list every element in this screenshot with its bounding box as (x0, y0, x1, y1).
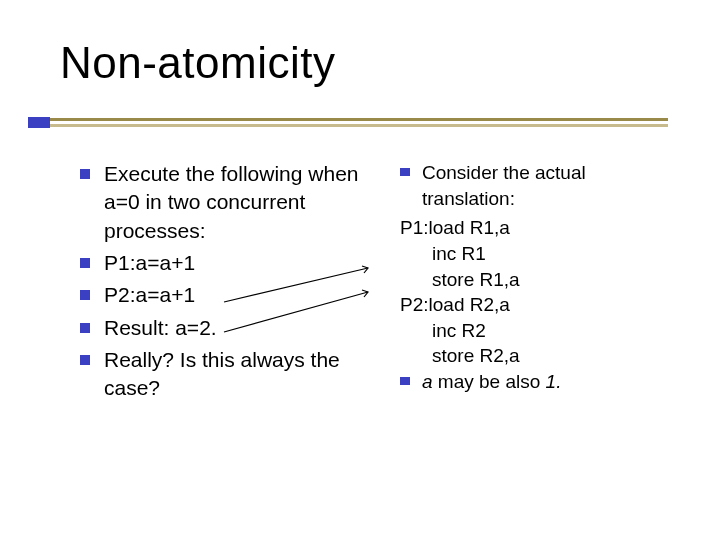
item-text: P1:a=a+1 (104, 249, 195, 277)
bullet-icon (80, 355, 90, 365)
left-column: Execute the following when a=0 in two co… (80, 160, 380, 407)
item-text: a may be also 1. (422, 369, 561, 395)
p2-block: P2:load R2,a inc R2 store R2,a (400, 292, 680, 369)
tail-a: a (422, 371, 433, 392)
bullet-icon (80, 258, 90, 268)
list-item: Result: a=2. (80, 314, 380, 342)
item-text: Consider the actual translation: (422, 160, 680, 211)
bullet-icon (80, 169, 90, 179)
right-column: Consider the actual translation: P1:load… (400, 160, 680, 407)
tail-one: 1. (546, 371, 562, 392)
list-item: Execute the following when a=0 in two co… (80, 160, 380, 245)
rule-bar-bottom (28, 124, 668, 127)
list-item: Really? Is this always the case? (80, 346, 380, 403)
code-text: load R1,a (429, 217, 510, 238)
code-line: inc R1 (400, 241, 680, 267)
list-item: Consider the actual translation: (400, 160, 680, 211)
p1-block: P1:load R1,a inc R1 store R1,a (400, 215, 680, 292)
list-item: P2:a=a+1 (80, 281, 380, 309)
code-text: load R2,a (429, 294, 510, 315)
bullet-icon (80, 290, 90, 300)
item-text: Execute the following when a=0 in two co… (104, 160, 380, 245)
code-line: inc R2 (400, 318, 680, 344)
title-rule (28, 118, 668, 128)
item-text: Result: a=2. (104, 314, 217, 342)
item-text: P2:a=a+1 (104, 281, 195, 309)
code-line: P1:load R1,a (400, 215, 680, 241)
item-text: Really? Is this always the case? (104, 346, 380, 403)
p1-label: P1: (400, 217, 429, 238)
list-item: a may be also 1. (400, 369, 680, 395)
p2-label: P2: (400, 294, 429, 315)
code-line: store R1,a (400, 267, 680, 293)
list-item: P1:a=a+1 (80, 249, 380, 277)
bullet-icon (400, 168, 410, 176)
code-line: store R2,a (400, 343, 680, 369)
slide-title: Non-atomicity (60, 38, 335, 88)
slide: Non-atomicity Execute the following when… (0, 0, 720, 540)
code-line: P2:load R2,a (400, 292, 680, 318)
content-columns: Execute the following when a=0 in two co… (80, 160, 680, 407)
bullet-icon (400, 377, 410, 385)
title-area: Non-atomicity (60, 38, 335, 88)
rule-accent-box (28, 117, 50, 128)
bullet-icon (80, 323, 90, 333)
rule-bar-top (28, 118, 668, 121)
tail-mid: may be also (433, 371, 546, 392)
